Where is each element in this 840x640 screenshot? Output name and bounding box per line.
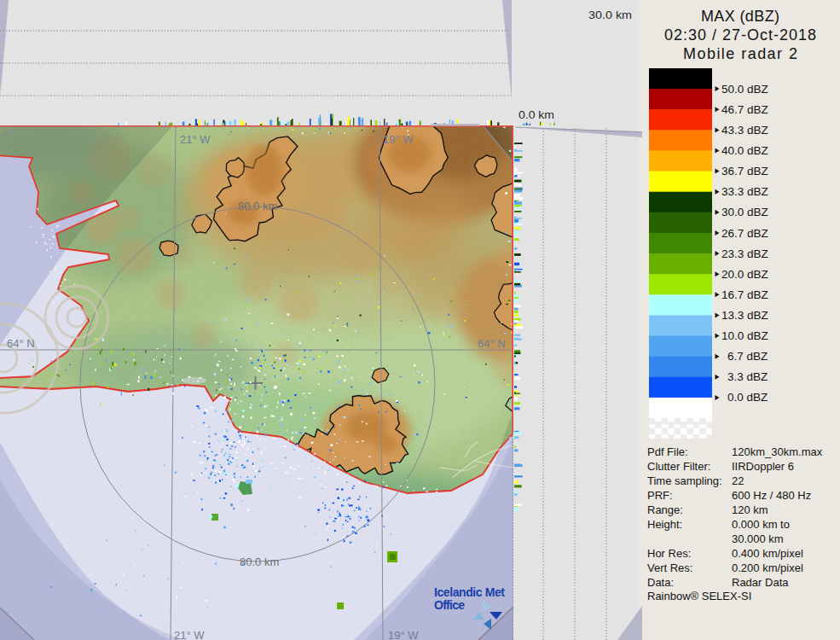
svg-text:02:30 / 27-Oct-2018: 02:30 / 27-Oct-2018 bbox=[664, 26, 816, 44]
svg-text:6.7 dBZ: 6.7 dBZ bbox=[727, 350, 768, 363]
svg-text:120 km: 120 km bbox=[732, 503, 768, 516]
svg-text:0.0 dBZ: 0.0 dBZ bbox=[727, 391, 768, 404]
svg-text:30.0 km: 30.0 km bbox=[588, 9, 632, 21]
svg-text:Range:: Range: bbox=[647, 503, 683, 516]
svg-text:Pdf File:: Pdf File: bbox=[647, 445, 688, 458]
svg-text:10.0 dBZ: 10.0 dBZ bbox=[721, 329, 768, 342]
svg-text:16.7 dBZ: 16.7 dBZ bbox=[721, 288, 768, 301]
svg-text:33.3 dBZ: 33.3 dBZ bbox=[721, 185, 768, 198]
svg-text:MAX (dBZ): MAX (dBZ) bbox=[701, 8, 779, 25]
svg-text:43.3 dBZ: 43.3 dBZ bbox=[721, 124, 768, 137]
svg-text:Height:: Height: bbox=[647, 518, 682, 531]
svg-text:50.0 dBZ: 50.0 dBZ bbox=[721, 83, 768, 96]
svg-text:IIRDoppler 6: IIRDoppler 6 bbox=[732, 460, 794, 473]
svg-text:Radar Data: Radar Data bbox=[732, 576, 789, 589]
svg-text:120km_30km.max: 120km_30km.max bbox=[732, 445, 823, 458]
svg-text:40.0 dBZ: 40.0 dBZ bbox=[721, 144, 768, 157]
svg-text:23.3 dBZ: 23.3 dBZ bbox=[721, 247, 768, 260]
svg-text:600 Hz / 480 Hz: 600 Hz / 480 Hz bbox=[732, 489, 811, 502]
svg-text:21° W: 21° W bbox=[174, 629, 205, 640]
svg-text:Rainbow® SELEX-SI: Rainbow® SELEX-SI bbox=[647, 590, 751, 602]
svg-text:46.7 dBZ: 46.7 dBZ bbox=[721, 103, 768, 116]
svg-text:0.400 km/pixel: 0.400 km/pixel bbox=[732, 547, 803, 560]
svg-text:80.0 km: 80.0 km bbox=[238, 200, 277, 212]
svg-text:3.3 dBZ: 3.3 dBZ bbox=[727, 370, 768, 383]
svg-text:26.7 dBZ: 26.7 dBZ bbox=[721, 227, 768, 240]
svg-text:36.7 dBZ: 36.7 dBZ bbox=[721, 165, 768, 177]
svg-text:22: 22 bbox=[732, 474, 744, 487]
svg-text:13.3 dBZ: 13.3 dBZ bbox=[721, 309, 768, 322]
svg-text:0.200 km/pixel: 0.200 km/pixel bbox=[732, 561, 803, 574]
svg-text:19° W: 19° W bbox=[388, 629, 419, 640]
svg-text:20.0 dBZ: 20.0 dBZ bbox=[721, 268, 768, 281]
svg-text:PRF:: PRF: bbox=[647, 489, 673, 502]
svg-text:80.0 km: 80.0 km bbox=[240, 556, 279, 568]
svg-text:Data:: Data: bbox=[647, 576, 674, 589]
svg-text:Hor Res:: Hor Res: bbox=[647, 547, 691, 560]
svg-text:30.000 km: 30.000 km bbox=[732, 532, 784, 545]
svg-text:0.0 km: 0.0 km bbox=[518, 108, 554, 121]
svg-text:21° W: 21° W bbox=[180, 133, 211, 146]
svg-text:30.0 dBZ: 30.0 dBZ bbox=[721, 206, 768, 218]
svg-text:64° N: 64° N bbox=[7, 337, 35, 350]
svg-text:Vert Res:: Vert Res: bbox=[647, 561, 692, 574]
svg-text:Time sampling:: Time sampling: bbox=[647, 474, 722, 487]
svg-text:Icelandic Met: Icelandic Met bbox=[434, 585, 505, 599]
svg-text:Office: Office bbox=[434, 598, 465, 612]
svg-text:19° W: 19° W bbox=[383, 133, 414, 146]
svg-text:64° N: 64° N bbox=[478, 337, 506, 350]
svg-text:Clutter Filter:: Clutter Filter: bbox=[647, 460, 710, 473]
svg-text:0.000 km to: 0.000 km to bbox=[732, 518, 790, 531]
